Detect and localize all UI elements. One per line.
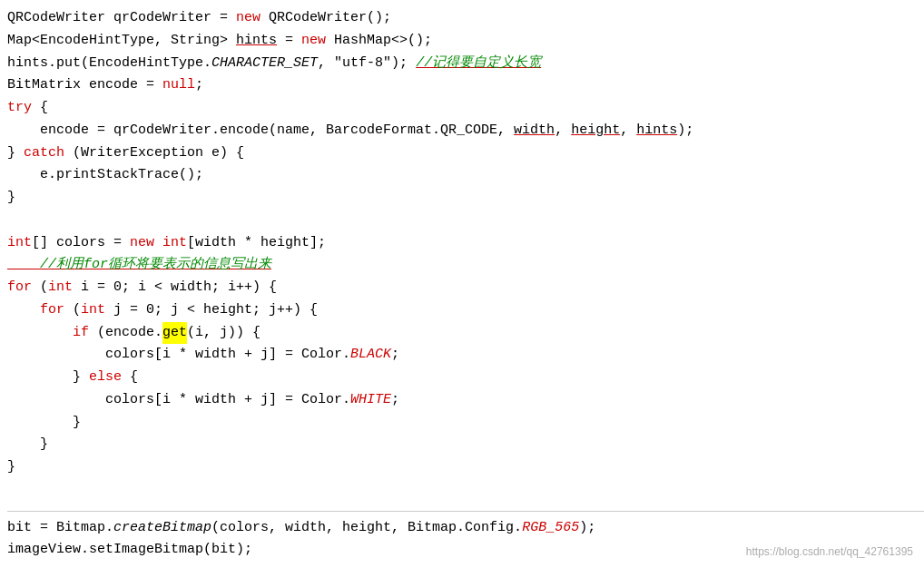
- code-line: int[] colors = new int[width * height];: [7, 232, 924, 255]
- code-token: int: [162, 232, 187, 255]
- code-line: }: [7, 187, 924, 210]
- code-token: }: [7, 456, 15, 479]
- code-token: //利用for循环将要表示的信息写出来: [7, 254, 271, 277]
- code-token: BLACK: [350, 344, 391, 367]
- code-token: hints: [236, 30, 277, 53]
- code-line: try {: [7, 97, 924, 120]
- code-line: } catch (WriterException e) {: [7, 142, 924, 165]
- code-token: for: [40, 299, 64, 322]
- code-token: (i, j)) {: [187, 322, 260, 345]
- code-token: e.printStackTrace();: [7, 164, 203, 187]
- code-token: [154, 232, 162, 255]
- code-token: QRCodeWriter qrCodeWriter =: [7, 7, 236, 30]
- code-token: ;: [391, 344, 399, 367]
- code-line: }: [7, 434, 924, 456]
- code-token: bit = Bitmap.: [7, 517, 113, 540]
- code-line: colors[i * width + j] = Color.WHITE;: [7, 389, 924, 412]
- code-token: int: [7, 232, 32, 255]
- code-line: } else {: [7, 367, 924, 389]
- code-line: encode = qrCodeWriter.encode(name, Barco…: [7, 120, 924, 142]
- code-token: (colors, width, height, Bitmap.Config.: [211, 517, 522, 540]
- code-token: j = 0; j < height; j++) {: [105, 299, 318, 322]
- code-token: (encode.: [89, 322, 162, 345]
- code-token: =: [277, 30, 301, 53]
- code-line: for (int i = 0; i < width; i++) {: [7, 277, 924, 299]
- code-token: hints.put(EncodeHintType.: [7, 53, 211, 75]
- code-line: for (int j = 0; j < height; j++) {: [7, 299, 924, 322]
- code-line: if (encode.get(i, j)) {: [7, 322, 924, 345]
- code-token: }: [7, 187, 15, 210]
- code-token: hints: [636, 120, 677, 142]
- code-line: bit = Bitmap.createBitmap(colors, width,…: [7, 517, 924, 540]
- code-token: null: [162, 74, 195, 97]
- code-token: CHARACTER_SET: [211, 53, 318, 75]
- code-token: }: [7, 412, 81, 435]
- code-token: try: [7, 97, 32, 120]
- code-token: );: [391, 53, 416, 75]
- code-token: QR_CODE: [440, 120, 497, 142]
- code-token: }: [7, 367, 89, 389]
- code-token: int: [81, 299, 105, 322]
- code-token: }: [7, 142, 24, 165]
- code-line: colors[i * width + j] = Color.BLACK;: [7, 344, 924, 367]
- code-token: ,: [555, 120, 571, 142]
- code-token: RGB_565: [522, 517, 579, 540]
- code-line: e.printStackTrace();: [7, 164, 924, 187]
- code-token: );: [677, 120, 693, 142]
- code-token: WHITE: [350, 389, 391, 412]
- code-token: [7, 322, 73, 345]
- code-token: (WriterException e) {: [64, 142, 244, 165]
- code-token: "utf-8": [334, 53, 391, 75]
- code-line: Map<EncodeHintType, String> hints = new …: [7, 30, 924, 53]
- code-token: ,: [497, 120, 514, 142]
- code-token: BitMatrix encode =: [7, 74, 162, 97]
- code-token: colors[i * width + j] = Color.: [7, 344, 350, 367]
- code-token: new: [301, 30, 326, 53]
- code-token: new: [130, 232, 154, 255]
- watermark: https://blog.csdn.net/qq_42761395: [746, 544, 913, 562]
- code-token: for: [7, 277, 32, 299]
- code-token: width: [514, 120, 555, 142]
- code-token: imageView.setImageBitmap(bit);: [7, 539, 252, 562]
- code-token: Map<EncodeHintType, String>: [7, 30, 236, 53]
- code-line: [7, 479, 924, 502]
- code-token: createBitmap: [113, 517, 211, 540]
- code-line: QRCodeWriter qrCodeWriter = new QRCodeWr…: [7, 7, 924, 30]
- code-token: int: [48, 277, 73, 299]
- code-token: [7, 299, 40, 322]
- code-line: [7, 210, 924, 232]
- code-token: {: [122, 367, 138, 389]
- code-token: if: [73, 322, 89, 345]
- code-token: (: [64, 299, 81, 322]
- code-token: [] colors =: [32, 232, 130, 255]
- code-token: //记得要自定义长宽: [416, 53, 541, 75]
- code-token: colors[i * width + j] = Color.: [7, 389, 350, 412]
- code-lines: QRCodeWriter qrCodeWriter = new QRCodeWr…: [7, 7, 924, 502]
- code-token: new: [236, 7, 260, 30]
- code-token: ,: [318, 53, 334, 75]
- code-token: ,: [620, 120, 636, 142]
- code-token: {: [32, 97, 48, 120]
- code-token: }: [7, 434, 48, 456]
- code-token: i = 0; i < width; i++) {: [73, 277, 277, 299]
- code-token: get: [162, 322, 187, 345]
- code-line: //利用for循环将要表示的信息写出来: [7, 254, 924, 277]
- code-line: BitMatrix encode = null;: [7, 74, 924, 97]
- code-token: height: [571, 120, 620, 142]
- code-token: else: [89, 367, 122, 389]
- code-token: QRCodeWriter();: [260, 7, 391, 30]
- code-token: (: [32, 277, 48, 299]
- code-token: HashMap<>();: [326, 30, 432, 53]
- code-token: catch: [24, 142, 64, 165]
- code-container: QRCodeWriter qrCodeWriter = new QRCodeWr…: [0, 0, 924, 568]
- code-line: }: [7, 456, 924, 479]
- code-token: encode = qrCodeWriter.encode(name, Barco…: [7, 120, 440, 142]
- code-token: ;: [391, 389, 399, 412]
- code-token: ;: [195, 74, 203, 97]
- code-token: [width * height];: [187, 232, 326, 255]
- code-line: }: [7, 412, 924, 435]
- code-token: );: [579, 517, 595, 540]
- code-line: hints.put(EncodeHintType.CHARACTER_SET, …: [7, 53, 924, 75]
